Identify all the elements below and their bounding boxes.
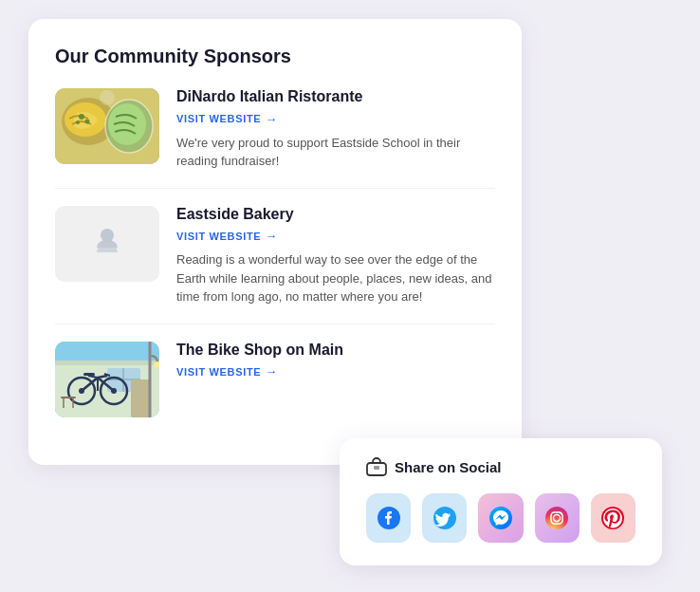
share-card: Share on Social xyxy=(340,438,662,565)
sponsor-item-bike: The Bike Shop on Main VISIT WEBSITE → xyxy=(55,324,495,435)
svg-point-39 xyxy=(545,507,568,529)
social-buttons xyxy=(366,493,636,543)
placeholder-icon xyxy=(84,221,130,267)
svg-point-42 xyxy=(561,513,562,515)
visit-website-bakery[interactable]: VISIT WEBSITE → xyxy=(176,229,278,243)
sponsor-item-dinardo: DiNardo Italian Ristorante VISIT WEBSITE… xyxy=(55,88,495,188)
sponsor-name-dinardo: DiNardo Italian Ristorante xyxy=(176,88,495,105)
share-title: Share on Social xyxy=(395,459,502,475)
sponsor-desc-dinardo: We're very proud to support Eastside Sch… xyxy=(176,134,495,171)
svg-rect-31 xyxy=(61,397,76,398)
sponsor-list: DiNardo Italian Ristorante VISIT WEBSITE… xyxy=(55,88,495,435)
sponsor-info-bakery: Eastside Bakery VISIT WEBSITE → Reading … xyxy=(176,206,495,306)
card-title: Our Community Sponsors xyxy=(55,46,495,67)
sponsor-image-bike xyxy=(55,342,159,417)
messenger-button[interactable] xyxy=(478,493,523,543)
svg-point-27 xyxy=(79,388,84,394)
sponsor-info-dinardo: DiNardo Italian Ristorante VISIT WEBSITE… xyxy=(176,88,495,171)
pinterest-button[interactable] xyxy=(591,493,636,543)
sponsor-info-bike: The Bike Shop on Main VISIT WEBSITE → xyxy=(176,342,495,387)
svg-point-3 xyxy=(79,114,84,120)
svg-point-5 xyxy=(76,120,80,124)
instagram-button[interactable] xyxy=(535,493,580,543)
sponsor-name-bike: The Bike Shop on Main xyxy=(176,342,495,359)
arrow-icon: → xyxy=(265,229,278,243)
sponsor-desc-bakery: Reading is a wonderful way to see over t… xyxy=(176,250,495,306)
sponsor-image-bakery xyxy=(55,206,159,282)
sponsor-name-bakery: Eastside Bakery xyxy=(176,206,495,223)
sponsors-card: Our Community Sponsors xyxy=(28,19,522,465)
svg-point-4 xyxy=(85,120,90,124)
svg-point-9 xyxy=(100,90,115,105)
svg-rect-35 xyxy=(374,466,379,470)
sponsor-image-dinardo xyxy=(55,88,159,164)
sponsor-item-bakery: Eastside Bakery VISIT WEBSITE → Reading … xyxy=(55,188,495,324)
svg-point-28 xyxy=(111,388,117,394)
svg-point-38 xyxy=(489,507,512,529)
share-icon xyxy=(366,457,387,476)
svg-rect-16 xyxy=(131,379,150,417)
share-header: Share on Social xyxy=(366,457,636,476)
arrow-icon: → xyxy=(265,364,278,379)
facebook-button[interactable] xyxy=(366,493,411,543)
twitter-button[interactable] xyxy=(422,493,467,543)
visit-website-bike[interactable]: VISIT WEBSITE → xyxy=(176,364,278,379)
visit-website-dinardo[interactable]: VISIT WEBSITE → xyxy=(176,112,278,126)
arrow-icon: → xyxy=(265,112,278,126)
svg-rect-26 xyxy=(83,373,95,376)
svg-rect-12 xyxy=(55,361,159,365)
